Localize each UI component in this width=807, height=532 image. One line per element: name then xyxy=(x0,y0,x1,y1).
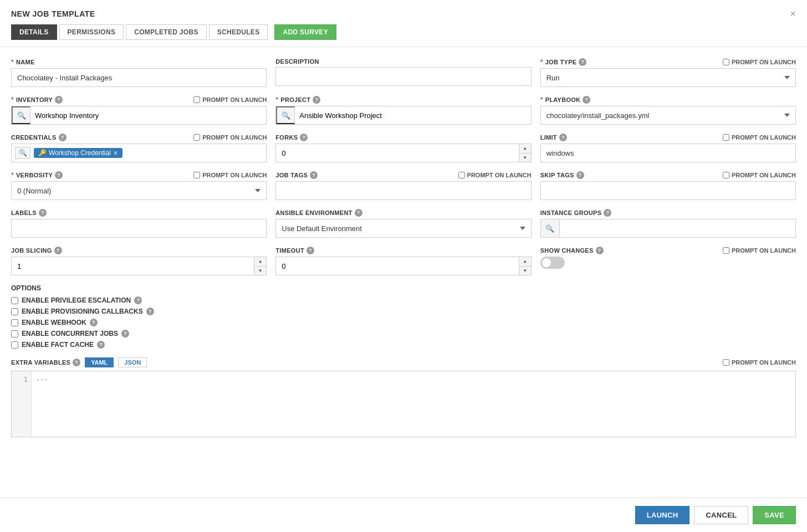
tabs-bar: DETAILS PERMISSIONS COMPLETED JOBS SCHED… xyxy=(0,24,807,47)
timeout-help-icon[interactable]: ? xyxy=(307,247,314,254)
limit-input[interactable] xyxy=(540,144,796,162)
ansible-env-help-icon[interactable]: ? xyxy=(355,209,362,217)
forks-label: FORKS ? xyxy=(275,134,308,141)
forks-help-icon[interactable]: ? xyxy=(300,134,308,141)
credentials-prompt-checkbox[interactable] xyxy=(193,134,200,141)
ansible-env-select[interactable]: Use Default Environment xyxy=(275,219,531,238)
limit-help-icon[interactable]: ? xyxy=(559,134,567,141)
job-type-select[interactable]: Run Check xyxy=(540,68,796,87)
provisioning-callbacks-help-icon[interactable]: ? xyxy=(146,308,154,315)
form-row-1: * NAME DESCRIPTION * JOB TYPE ? xyxy=(11,58,796,87)
verbosity-prompt-checkbox[interactable] xyxy=(193,172,200,178)
timeout-decrement-button[interactable]: ▼ xyxy=(519,267,531,275)
job-tags-group: JOB TAGS ? PROMPT ON LAUNCH xyxy=(275,171,531,200)
credentials-prompt-label: PROMPT ON LAUNCH xyxy=(193,134,267,141)
project-search-button[interactable]: 🔍 xyxy=(276,106,295,124)
limit-prompt-checkbox[interactable] xyxy=(723,134,729,141)
forks-spinner-buttons: ▲ ▼ xyxy=(519,144,531,162)
job-slicing-group: JOB SLICING ? ▲ ▼ xyxy=(11,247,267,275)
concurrent-jobs-help-icon[interactable]: ? xyxy=(121,330,129,337)
job-type-prompt-label: PROMPT ON LAUNCH xyxy=(723,59,796,65)
credentials-help-icon[interactable]: ? xyxy=(59,134,67,141)
inventory-search-button[interactable]: 🔍 xyxy=(12,106,30,124)
fact-cache-help-icon[interactable]: ? xyxy=(97,341,105,349)
credentials-search-button[interactable]: 🔍 xyxy=(15,147,30,159)
extra-variables-prompt-checkbox[interactable] xyxy=(723,359,729,366)
skip-tags-prompt-checkbox[interactable] xyxy=(723,172,729,178)
job-tags-input[interactable] xyxy=(275,181,531,200)
inventory-help-icon[interactable]: ? xyxy=(55,96,63,104)
provisioning-callbacks-checkbox[interactable] xyxy=(11,308,18,315)
description-input[interactable] xyxy=(275,67,531,86)
job-tags-prompt-checkbox[interactable] xyxy=(458,172,465,178)
cancel-button[interactable]: CANCEL xyxy=(694,506,748,524)
privilege-escalation-help-icon[interactable]: ? xyxy=(134,296,142,304)
credential-remove-button[interactable]: ✕ xyxy=(113,150,118,157)
job-slicing-decrement-button[interactable]: ▼ xyxy=(254,267,266,275)
option-concurrent-jobs: ENABLE CONCURRENT JOBS ? xyxy=(11,330,796,337)
code-content[interactable]: --- xyxy=(32,371,795,437)
labels-help-icon[interactable]: ? xyxy=(39,209,47,217)
verbosity-select[interactable]: 0 (Normal) 1 (Verbose) 2 (More Verbose) … xyxy=(11,181,267,200)
line-numbers: 1 xyxy=(12,371,32,437)
forks-increment-button[interactable]: ▲ xyxy=(519,144,531,154)
option-fact-cache: ENABLE FACT CACHE ? xyxy=(11,341,796,349)
job-slicing-spinner-wrap: ▲ ▼ xyxy=(11,257,267,275)
show-changes-toggle[interactable] xyxy=(540,257,565,269)
job-slicing-input[interactable] xyxy=(12,257,266,275)
inventory-group: * INVENTORY ? PROMPT ON LAUNCH 🔍 xyxy=(11,96,267,125)
inventory-prompt-checkbox[interactable] xyxy=(193,96,200,103)
verbosity-help-icon[interactable]: ? xyxy=(55,171,63,179)
privilege-escalation-checkbox[interactable] xyxy=(11,297,18,304)
extra-variables-prompt-label: PROMPT ON LAUNCH xyxy=(723,359,796,366)
project-help-icon[interactable]: ? xyxy=(313,96,320,104)
forks-decrement-button[interactable]: ▼ xyxy=(519,154,531,162)
skip-tags-group: SKIP TAGS ? PROMPT ON LAUNCH xyxy=(540,171,796,200)
project-input[interactable] xyxy=(295,106,530,124)
timeout-input[interactable] xyxy=(276,257,530,275)
skip-tags-input[interactable] xyxy=(540,181,796,200)
instance-groups-input[interactable] xyxy=(560,219,795,237)
name-input[interactable] xyxy=(11,68,267,87)
close-button[interactable]: × xyxy=(790,9,796,19)
skip-tags-help-icon[interactable]: ? xyxy=(576,171,584,179)
job-slicing-increment-button[interactable]: ▲ xyxy=(254,257,266,267)
playbook-help-icon[interactable]: ? xyxy=(583,96,590,104)
job-type-prompt-checkbox[interactable] xyxy=(723,59,729,65)
json-format-button[interactable]: JSON xyxy=(118,357,147,367)
tab-permissions[interactable]: PERMISSIONS xyxy=(59,24,124,40)
concurrent-jobs-checkbox[interactable] xyxy=(11,330,18,337)
timeout-label: TIMEOUT ? xyxy=(275,247,314,254)
extra-variables-help-icon[interactable]: ? xyxy=(73,359,80,366)
tab-completed-jobs[interactable]: COMPLETED JOBS xyxy=(126,24,207,40)
webhook-help-icon[interactable]: ? xyxy=(90,319,98,326)
name-required: * xyxy=(11,58,14,66)
timeout-increment-button[interactable]: ▲ xyxy=(519,257,531,267)
webhook-checkbox[interactable] xyxy=(11,319,18,326)
fact-cache-checkbox[interactable] xyxy=(11,341,18,349)
inventory-input[interactable] xyxy=(30,106,266,124)
project-label: * PROJECT ? xyxy=(275,96,320,104)
show-changes-help-icon[interactable]: ? xyxy=(596,247,604,254)
yaml-format-button[interactable]: YAML xyxy=(85,357,114,367)
instance-groups-help-icon[interactable]: ? xyxy=(604,209,611,217)
description-group: DESCRIPTION xyxy=(275,58,531,87)
instance-groups-label: INSTANCE GROUPS ? xyxy=(540,209,612,217)
form-row-3: CREDENTIALS ? PROMPT ON LAUNCH 🔍 🔑 Works… xyxy=(11,134,796,162)
playbook-select[interactable]: chocolatey/install_packages.yml xyxy=(540,106,796,125)
limit-group: LIMIT ? PROMPT ON LAUNCH xyxy=(540,134,796,162)
show-changes-prompt-checkbox[interactable] xyxy=(723,247,729,254)
form-row-4: * VERBOSITY ? PROMPT ON LAUNCH 0 (Normal… xyxy=(11,171,796,200)
tab-add-survey[interactable]: ADD SURVEY xyxy=(274,24,336,40)
job-tags-help-icon[interactable]: ? xyxy=(310,171,318,179)
ansible-env-label: ANSIBLE ENVIRONMENT ? xyxy=(275,209,362,217)
save-button[interactable]: SAVE xyxy=(753,506,796,524)
tab-schedules[interactable]: SCHEDULES xyxy=(209,24,268,40)
tab-details[interactable]: DETAILS xyxy=(11,24,57,40)
ansible-env-group: ANSIBLE ENVIRONMENT ? Use Default Enviro… xyxy=(275,209,531,238)
labels-input[interactable] xyxy=(11,219,267,238)
launch-button[interactable]: LAUNCH xyxy=(635,506,690,524)
forks-input[interactable] xyxy=(276,144,530,162)
job-type-help-icon[interactable]: ? xyxy=(579,58,586,66)
job-slicing-help-icon[interactable]: ? xyxy=(54,247,62,254)
